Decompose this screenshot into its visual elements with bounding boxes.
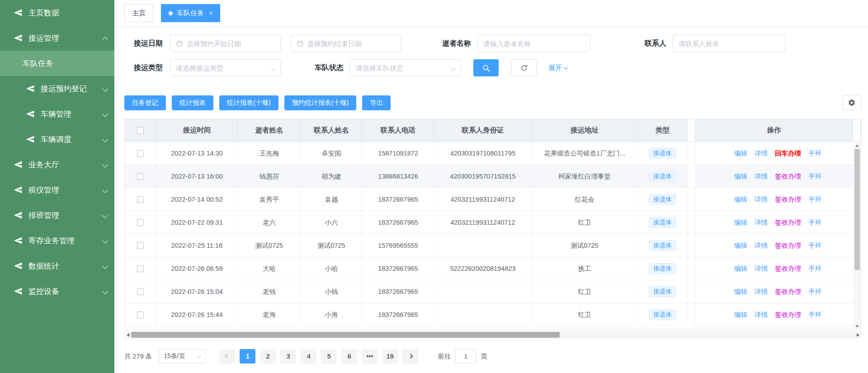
page-button-1[interactable]: 1 (240, 349, 255, 364)
action-sign-receipt[interactable]: 签收办理 (775, 241, 801, 250)
action-sign-receipt[interactable]: 签收办理 (775, 218, 801, 227)
row-checkbox[interactable] (137, 242, 144, 249)
action-wristband[interactable]: 手环 (808, 149, 821, 158)
sidebar-item-home-data[interactable]: 主页数据 (0, 0, 114, 25)
row-checkbox[interactable] (137, 219, 144, 226)
expand-toggle[interactable]: 展开 (548, 64, 567, 72)
action-edit[interactable]: 编辑 (734, 264, 747, 273)
deceased-name-field[interactable] (477, 35, 590, 52)
date-start-picker[interactable] (170, 35, 281, 52)
transport-type-select[interactable] (170, 59, 281, 76)
action-wristband[interactable]: 手环 (808, 311, 821, 319)
prev-page-button[interactable] (219, 349, 235, 364)
sidebar-item-fleet-tasks[interactable]: 车队任务 (0, 51, 114, 76)
action-wristband[interactable]: 手环 (808, 218, 821, 227)
action-edit[interactable]: 编辑 (734, 195, 747, 204)
action-detail[interactable]: 详情 (755, 149, 768, 158)
action-detail[interactable]: 详情 (755, 264, 768, 273)
goto-page-input[interactable] (455, 349, 476, 364)
page-button-3[interactable]: 3 (280, 349, 296, 364)
page-button-19[interactable]: 19 (382, 349, 398, 364)
action-sign-receipt[interactable]: 签收办理 (775, 288, 801, 296)
action-sign-receipt[interactable]: 签收办理 (775, 264, 801, 273)
row-checkbox[interactable] (137, 312, 144, 318)
reset-button[interactable] (511, 59, 537, 76)
page-size-select[interactable]: 15条/页 (159, 349, 206, 364)
sidebar-item-shift-management[interactable]: 排班管理 (0, 203, 114, 228)
action-wristband[interactable]: 手环 (808, 172, 821, 181)
vertical-scrollbar[interactable] (854, 142, 861, 330)
table-settings-button[interactable] (842, 95, 861, 110)
action-edit[interactable]: 编辑 (734, 241, 747, 250)
vertical-scrollbar-thumb[interactable] (854, 149, 860, 270)
tab-home[interactable]: 主页 (124, 4, 153, 22)
close-icon[interactable]: × (209, 9, 212, 17)
sidebar-item-business-hall[interactable]: 业务大厅 (0, 152, 114, 177)
action-detail[interactable]: 详情 (755, 241, 768, 250)
sidebar-item-funeral-management[interactable]: 殡仪管理 (0, 177, 114, 203)
select-all-checkbox[interactable] (137, 127, 144, 134)
action-wristband[interactable]: 手环 (808, 241, 821, 250)
action-wristband[interactable]: 手环 (808, 288, 821, 296)
fleet-status-input[interactable] (356, 64, 448, 72)
sidebar-item-storage-business[interactable]: 寄存业务管理 (0, 228, 114, 253)
action-wristband[interactable]: 手环 (808, 195, 821, 204)
action-sign-receipt[interactable]: 签收办理 (775, 311, 801, 319)
sidebar-item-vehicle-dispatch[interactable]: 车辆调度 (0, 127, 114, 152)
page-button-6[interactable]: 6 (341, 349, 357, 364)
action-detail[interactable]: 详情 (755, 311, 768, 319)
action-edit[interactable]: 编辑 (734, 311, 747, 319)
sidebar-item-vehicle-management[interactable]: 车辆管理 (0, 101, 114, 127)
reservation-stats-report-shiyan-button[interactable]: 预约统计报表(十堰) (284, 95, 357, 110)
stats-report-shiyan-button[interactable]: 统计报表(十堰) (219, 95, 278, 110)
horizontal-scrollbar[interactable] (124, 331, 861, 339)
stats-report-button[interactable]: 统计报表 (172, 95, 213, 110)
date-end-input[interactable] (307, 40, 396, 47)
search-button[interactable] (473, 59, 499, 76)
row-checkbox[interactable] (137, 265, 144, 272)
date-start-input[interactable] (187, 40, 275, 47)
row-checkbox[interactable] (137, 288, 144, 295)
contact-name-input[interactable] (679, 40, 780, 47)
date-end-picker[interactable] (291, 35, 401, 52)
scroll-up-arrow-icon[interactable] (854, 142, 861, 149)
contact-name-field[interactable] (673, 35, 786, 52)
page-button-4[interactable]: 4 (301, 349, 316, 364)
filter-label-deceased: 逝者名称 (442, 39, 471, 48)
action-edit[interactable]: 编辑 (734, 149, 747, 158)
action-detail[interactable]: 详情 (755, 288, 768, 296)
deceased-name-input[interactable] (483, 40, 585, 47)
action-edit[interactable]: 编辑 (734, 288, 747, 296)
cell-gap (688, 303, 695, 326)
action-detail[interactable]: 详情 (755, 172, 768, 181)
action-wristband[interactable]: 手环 (808, 264, 821, 273)
sidebar-item-transport-reservation[interactable]: 接运预约登记 (0, 76, 114, 101)
scroll-right-arrow-icon[interactable] (854, 331, 861, 339)
export-button[interactable]: 导出 (362, 95, 391, 110)
horizontal-scrollbar-thumb[interactable] (131, 332, 560, 338)
transport-type-input[interactable] (176, 64, 268, 72)
scroll-left-arrow-icon[interactable] (124, 331, 131, 339)
row-checkbox[interactable] (137, 196, 144, 203)
page-button-2[interactable]: 2 (260, 349, 276, 364)
action-detail[interactable]: 详情 (755, 195, 768, 204)
sidebar-item-monitoring-devices[interactable]: 监控设备 (0, 279, 114, 304)
action-sign-receipt[interactable]: 签收办理 (775, 172, 801, 181)
cell-deceased-name: 老六 (238, 211, 301, 234)
action-detail[interactable]: 详情 (755, 218, 768, 227)
action-sign-receipt[interactable]: 签收办理 (775, 195, 801, 204)
action-edit[interactable]: 编辑 (734, 218, 747, 227)
scroll-down-arrow-icon[interactable] (854, 323, 861, 330)
next-page-button[interactable] (402, 349, 418, 364)
tab-fleet-tasks[interactable]: 车队任务× (161, 4, 220, 22)
more-pages-button[interactable]: ••• (362, 349, 377, 364)
action-edit[interactable]: 编辑 (734, 172, 747, 181)
page-button-5[interactable]: 5 (321, 349, 337, 364)
action-return-vehicle[interactable]: 回车办理 (775, 149, 801, 158)
row-checkbox[interactable] (137, 150, 144, 157)
sidebar-item-transport-management[interactable]: 接运管理 (0, 25, 114, 51)
fleet-status-select[interactable] (350, 59, 461, 76)
sidebar-item-data-statistics[interactable]: 数据统计 (0, 253, 114, 279)
row-checkbox[interactable] (137, 173, 144, 180)
task-register-button[interactable]: 任务登记 (124, 95, 166, 110)
